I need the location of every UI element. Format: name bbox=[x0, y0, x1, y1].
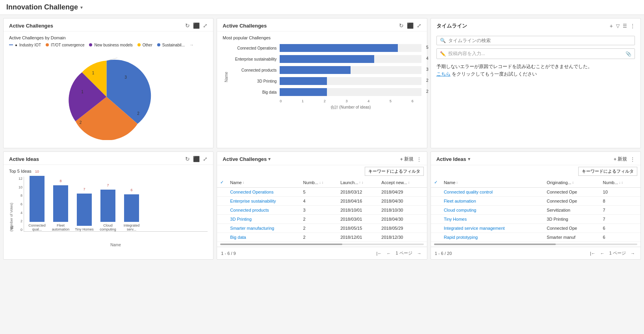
row3-num: 3 bbox=[300, 206, 338, 215]
y-tick-2: 2 bbox=[16, 219, 22, 223]
export-icon[interactable]: ⬛ bbox=[193, 22, 200, 29]
refresh-icon[interactable]: ↻ bbox=[185, 22, 190, 29]
challenges-new-button[interactable]: + 新規 bbox=[400, 156, 414, 162]
ideas-new-button[interactable]: + 新規 bbox=[614, 156, 627, 162]
timeline-post-box[interactable]: ✏️ 投稿内容を入力... 📎 bbox=[436, 48, 635, 59]
legend-text-5: Sustainabil... bbox=[162, 43, 185, 47]
error-link[interactable]: こちら bbox=[436, 71, 451, 77]
v-bar-lbl-3: Tiny Homes bbox=[74, 227, 94, 231]
pie-legend: ● Industry IOT IT/OT convergence New bus… bbox=[9, 42, 208, 47]
timeline-search-box[interactable]: 🔍 bbox=[436, 36, 635, 45]
ideas-export-icon[interactable]: ⬛ bbox=[193, 156, 200, 162]
timeline-header: タイムライン + ▽ ☰ ⋮ bbox=[431, 18, 640, 32]
col-launch-sort-up[interactable]: ↑ bbox=[359, 181, 361, 185]
timeline-list-icon[interactable]: ☰ bbox=[623, 23, 627, 29]
ideas-col-num[interactable]: Numb...↓↕ bbox=[600, 177, 640, 188]
dashboard-grid: Active Challenges ↻ ⬛ ⤢ Active Challenge… bbox=[0, 15, 644, 263]
v-bar-val-3: 7 bbox=[83, 187, 85, 191]
col-accept[interactable]: Accept new...↕ bbox=[378, 177, 427, 188]
bar-refresh-icon[interactable]: ↻ bbox=[399, 22, 404, 29]
ideas-scrollbar[interactable] bbox=[434, 244, 637, 245]
active-ideas-bar-card: Active Ideas ↻ ⬛ ⤢ Top 5 Ideas 合計 (Numbe… bbox=[3, 151, 213, 260]
v-bar-val-2: 8 bbox=[59, 179, 61, 183]
ideas-refresh-icon[interactable]: ↻ bbox=[185, 156, 190, 162]
ideas-row2-origin: Connected Ope bbox=[544, 197, 600, 206]
header-chevron-icon[interactable]: ▾ bbox=[80, 5, 83, 10]
timeline-filter-icon[interactable]: ▽ bbox=[616, 23, 620, 29]
ideas-expand-icon[interactable]: ⤢ bbox=[203, 156, 208, 162]
col-name[interactable]: Name↕ bbox=[227, 177, 300, 188]
timeline-actions: + ▽ ☰ ⋮ bbox=[610, 23, 635, 29]
timeline-more-icon[interactable]: ⋮ bbox=[630, 23, 635, 29]
challenges-table-body: Connected Operations 5 2018/03/12 2018/0… bbox=[217, 188, 427, 242]
pie-chart-container: 3 2 2 1 1 bbox=[9, 50, 208, 144]
ideas-col-name[interactable]: Name↕ bbox=[441, 177, 544, 188]
timeline-title: タイムライン bbox=[436, 22, 467, 30]
col-name-sort[interactable]: ↕ bbox=[243, 181, 245, 185]
pie-label-1: 1 bbox=[81, 90, 84, 94]
bar-val-3: 3 bbox=[426, 67, 429, 72]
bar-chart-area: Name Connected Operations 5 Enterprise s… bbox=[223, 44, 421, 110]
table-row: Cloud computing Servitization 7 bbox=[431, 206, 640, 215]
challenges-filter-button[interactable]: キーワードによるフィルタ bbox=[365, 167, 424, 176]
ideas-next-page-icon[interactable]: → bbox=[629, 250, 637, 256]
expand-icon[interactable]: ⤢ bbox=[203, 22, 208, 29]
legend-more[interactable]: → bbox=[189, 42, 194, 47]
ideas-col-origin[interactable]: Originating...↕ bbox=[544, 177, 600, 188]
tick-4: 4 bbox=[367, 99, 369, 103]
ideas-filter-button[interactable]: キーワードによるフィルタ bbox=[578, 167, 637, 176]
prev-page-icon[interactable]: ← bbox=[385, 250, 392, 256]
challenges-table-header: Active Challenges ▾ + 新規 ⋮ bbox=[217, 152, 427, 165]
bar-label-4: 3D Printing bbox=[228, 79, 280, 83]
pie-label-2b: 2 bbox=[80, 120, 82, 125]
v-bar-col-2: 8 Fleet automation bbox=[51, 185, 71, 231]
y-tick-12: 12 bbox=[16, 177, 22, 181]
ideas-table-header: Active Ideas ▾ + 新規 ⋮ bbox=[431, 152, 640, 165]
row5-num: 2 bbox=[300, 224, 338, 233]
col-accept-sort[interactable]: ↕ bbox=[408, 181, 410, 185]
timeline-add-icon[interactable]: + bbox=[610, 23, 613, 29]
first-page-icon[interactable]: |← bbox=[375, 250, 384, 256]
timeline-search-input[interactable] bbox=[448, 38, 631, 43]
challenges-pagination-info: 1 - 6 / 9 bbox=[221, 251, 236, 256]
bar-track-4: 2 bbox=[280, 77, 421, 85]
ideas-row5-num: 6 bbox=[600, 224, 640, 233]
ideas-table-actions: + 新規 ⋮ bbox=[614, 156, 635, 162]
ideas-first-page-icon[interactable]: |← bbox=[588, 250, 597, 256]
ideas-table-title: Active Ideas bbox=[436, 156, 466, 162]
ideas-prev-page-icon[interactable]: ← bbox=[599, 250, 606, 256]
row3-name: Connected products bbox=[227, 206, 300, 215]
ideas-table-body: Connected quality control Connected Ope … bbox=[431, 188, 640, 242]
table-row: Smarter manufacturing 2 2018/05/15 2018/… bbox=[217, 224, 427, 233]
bar-expand-icon[interactable]: ⤢ bbox=[417, 22, 421, 29]
ideas-new-label: 新規 bbox=[618, 156, 627, 162]
v-bar-lbl-1: Connected qual... bbox=[27, 223, 47, 231]
ideas-row6-name: Rapid prototyping bbox=[441, 233, 544, 242]
next-page-icon[interactable]: → bbox=[416, 250, 423, 256]
ideas-pagination: 1 - 6 / 20 |← ← 1 ページ → bbox=[431, 247, 640, 259]
v-bar-val-1: 10 bbox=[35, 170, 39, 173]
ideas-row6-check bbox=[431, 233, 441, 242]
bar-export-icon[interactable]: ⬛ bbox=[407, 22, 414, 29]
col-num-sort-down[interactable]: ↓ bbox=[319, 181, 321, 185]
challenges-table-title-area: Active Challenges ▾ bbox=[223, 156, 271, 162]
challenges-title-chevron[interactable]: ▾ bbox=[268, 157, 271, 162]
ideas-table-head-row: ✓ Name↕ Originating...↕ Numb...↓↕ bbox=[431, 177, 640, 188]
ideas-row6-origin: Smarter manuf bbox=[544, 233, 600, 242]
col-launch[interactable]: Launch...↑↕ bbox=[337, 177, 378, 188]
ideas-more-icon[interactable]: ⋮ bbox=[630, 157, 635, 162]
row3-check bbox=[217, 206, 227, 215]
table-row: Big data 2 2018/12/01 2018/12/30 bbox=[217, 233, 427, 242]
ideas-row3-name: Cloud computing bbox=[441, 206, 544, 215]
ideas-x-label: Name bbox=[16, 243, 208, 247]
challenges-scrollbar[interactable] bbox=[220, 244, 423, 245]
v-bar-val-5: 6 bbox=[130, 188, 132, 192]
ideas-title-chevron[interactable]: ▾ bbox=[468, 157, 470, 162]
v-bar-lbl-4: Cloud computing bbox=[98, 223, 118, 231]
row4-num: 2 bbox=[300, 215, 338, 224]
attachment-icon[interactable]: 📎 bbox=[625, 51, 631, 57]
legend-item-2: IT/OT convergence bbox=[46, 42, 84, 47]
col-num[interactable]: Numb...↓↕ bbox=[300, 177, 338, 188]
ideas-chart-inner: 0 2 4 6 8 10 12 10 bbox=[16, 177, 208, 247]
challenges-more-icon[interactable]: ⋮ bbox=[417, 157, 421, 162]
